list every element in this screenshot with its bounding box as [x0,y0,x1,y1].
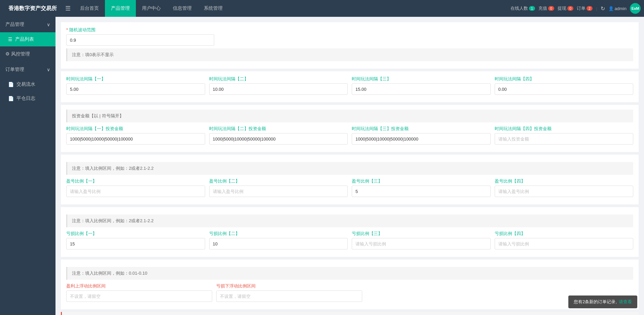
loss-float-label: 亏损下浮动比例区间 [216,283,362,289]
invest-1-input[interactable] [66,133,205,145]
invest-2-input[interactable] [209,133,348,145]
random-range-label: 随机波动范围 [66,27,214,33]
avatar: EaM [630,3,641,14]
profit-2-input[interactable] [209,186,348,197]
sidebar-group-risk[interactable]: ⚙ 风控管理 [0,46,55,62]
sidebar-group-order-arrow: ∨ [47,67,50,72]
note-bar-4: 注意：填入比例区间，例如：0.01-0.10 [66,267,633,280]
withdraw-count[interactable]: 提现 0 [558,5,573,11]
random-range-input[interactable] [66,34,214,46]
profit-1-label: 盈号比例【一】 [66,178,205,184]
loss-float-group: 亏损下浮动比例区间 [216,283,362,302]
main-layout: 产品管理 ∨ ☰ 产品列表 ⚙ 风控管理 订单管理 ∨ 📄 交易流水 📄 平仓日… [0,17,644,315]
invest-2-label: 时间玩法间隔【二】投资金额 [209,126,348,132]
loss-1-group: 亏损比例【一】 [66,231,205,249]
time-interval-4-input[interactable] [495,83,634,95]
loss-float-input[interactable] [216,290,362,302]
product-list-icon: ☰ [8,37,12,42]
invest-1-label: 时间玩法间隔【一】投资金额 [66,126,205,132]
sidebar-item-product-list[interactable]: ☰ 产品列表 [0,32,55,46]
time-interval-3-label: 时间玩法间隔【三】 [352,76,491,82]
note-bar-3: 注意：填入比例区间，例如：2或者2.1-2.2 [66,214,633,227]
bottom-notification[interactable]: 您有2条新的订单记录, 请查看 [568,296,637,308]
profit-1-input[interactable] [66,186,205,197]
time-interval-2-input[interactable] [209,83,348,95]
sidebar-group-order-label: 订单管理 [5,67,24,73]
recharge-count[interactable]: 充值 0 [538,5,554,11]
loss-4-label: 亏损比例【四】 [495,231,634,237]
loss-2-input[interactable] [209,238,348,249]
sidebar-group-product-label: 产品管理 [5,22,24,28]
profit-3-label: 盈号比例【三】 [352,178,491,184]
order-count[interactable]: 订单 2 [577,5,593,11]
profit-float-input[interactable] [66,290,212,302]
transaction-icon: 📄 [8,82,14,87]
refresh-icon[interactable]: ↻ [601,5,605,12]
loss-3-label: 亏损比例【三】 [352,231,491,237]
sidebar-group-product-mgmt[interactable]: 产品管理 ∨ [0,17,55,32]
open-time-note: 注意：开市时间，稀疏到秒，如： 00:00:00~03:00:00|08:00:… [61,312,639,315]
invest-4-input[interactable] [495,133,634,145]
profit-4-label: 盈号比例【四】 [495,178,634,184]
time-interval-4-label: 时间玩法间隔【四】 [495,76,634,82]
loss-4-input[interactable] [495,238,634,249]
sidebar: 产品管理 ∨ ☰ 产品列表 ⚙ 风控管理 订单管理 ∨ 📄 交易流水 📄 平仓日… [0,17,55,315]
recharge-badge: 0 [548,6,554,11]
sidebar-item-close-log[interactable]: 📄 平仓日志 [0,91,55,106]
sidebar-group-product-arrow: ∨ [47,22,50,27]
loss-section: 注意：填入比例区间，例如：2或者2.1-2.2 亏损比例【一】 亏损比例【二】 … [61,207,639,257]
nav-item-info[interactable]: 信息管理 [167,0,198,17]
nav-item-dashboard[interactable]: 后台首页 [74,0,105,17]
float-section: 注意：填入比例区间，例如：0.01-0.10 盈利上浮动比例区间 亏损下浮动比例… [61,260,639,309]
time-interval-2-group: 时间玩法间隔【二】 [209,76,348,95]
profit-1-group: 盈号比例【一】 [66,178,205,197]
time-interval-3-input[interactable] [352,83,491,95]
loss-4-group: 亏损比例【四】 [495,231,634,249]
profit-float-label: 盈利上浮动比例区间 [66,283,212,289]
sidebar-item-transaction-label: 交易流水 [16,81,35,87]
loss-1-input[interactable] [66,238,205,249]
online-badge: 1 [529,6,535,11]
nav-item-users[interactable]: 用户中心 [136,0,167,17]
time-interval-4-group: 时间玩法间隔【四】 [495,76,634,95]
nav-item-products[interactable]: 产品管理 [105,0,136,17]
random-range-section: 随机波动范围 注意：填0表示不显示 [61,22,639,69]
invest-3-label: 时间玩法间隔【三】投资金额 [352,126,491,132]
online-count[interactable]: 在线人数 1 [510,5,535,11]
notification-text: 您有2条新的订单记录, [574,299,617,305]
nav-items: 后台首页 产品管理 用户中心 信息管理 系统管理 [74,0,510,17]
loss-3-input[interactable] [352,238,491,249]
loss-1-label: 亏损比例【一】 [66,231,205,237]
top-nav: 香港数字资产交易所 ☰ 后台首页 产品管理 用户中心 信息管理 系统管理 在线人… [0,0,644,17]
profit-2-label: 盈号比例【二】 [209,178,348,184]
invest-3-input[interactable] [352,133,491,145]
content-area: 随机波动范围 注意：填0表示不显示 时间玩法间隔【一】 时间玩法间隔【二】 [55,17,644,315]
nav-right: 在线人数 1 充值 0 提现 0 订单 2 | ↻ 👤admin EaM [510,3,641,14]
sidebar-item-transaction[interactable]: 📄 交易流水 [0,77,55,91]
sidebar-item-close-log-label: 平仓日志 [16,95,35,102]
sidebar-item-product-list-label: 产品列表 [15,36,34,42]
sidebar-group-order[interactable]: 订单管理 ∨ [0,62,55,77]
brand-title: 香港数字资产交易所 [3,5,62,12]
profit-2-group: 盈号比例【二】 [209,178,348,197]
profit-section: 注意：填入比例区间，例如：2或者2.1-2.2 盈号比例【一】 盈号比例【二】 … [61,155,639,204]
order-badge: 2 [586,6,593,11]
invest-3-group: 时间玩法间隔【三】投资金额 [352,126,491,145]
profit-3-input[interactable] [352,186,491,197]
note-bar-1: 注意：填0表示不显示 [66,48,633,61]
invest-1-group: 时间玩法间隔【一】投资金额 [66,126,205,145]
close-log-icon: 📄 [8,96,14,101]
invest-4-group: 时间玩法间隔【四】投资金额 [495,126,634,145]
invest-4-label: 时间玩法间隔【四】投资金额 [495,126,634,132]
nav-item-system[interactable]: 系统管理 [198,0,229,17]
profit-4-input[interactable] [495,186,634,197]
notification-link[interactable]: 请查看 [619,299,632,305]
random-range-group: 随机波动范围 [66,27,214,46]
time-interval-1-input[interactable] [66,83,205,95]
menu-toggle-icon[interactable]: ☰ [62,5,74,12]
sidebar-group-risk-label: ⚙ 风控管理 [5,51,30,57]
loss-2-group: 亏损比例【二】 [209,231,348,249]
nav-divider: | [596,6,597,11]
time-interval-1-label: 时间玩法间隔【一】 [66,76,205,82]
loss-2-label: 亏损比例【二】 [209,231,348,237]
